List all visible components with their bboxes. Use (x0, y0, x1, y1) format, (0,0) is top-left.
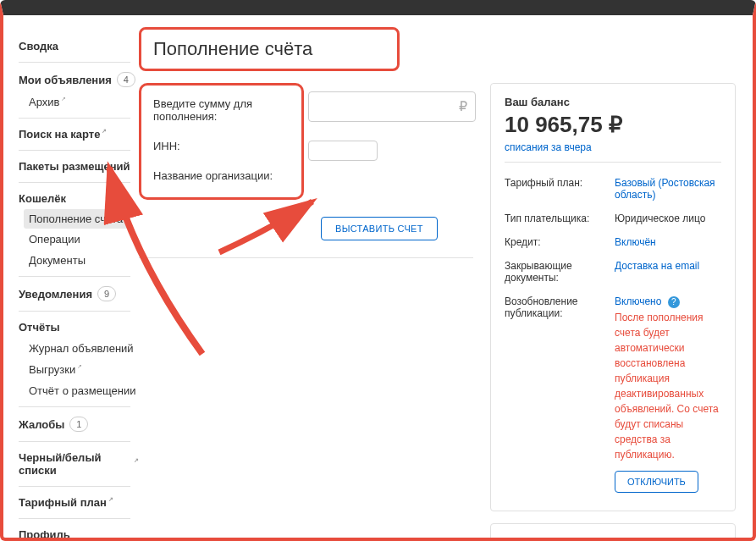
credit-label: Кредит: (505, 236, 615, 248)
form-highlight-box: Введите сумму для пополнения: ИНН: Назва… (139, 83, 304, 200)
page-title-highlight: Пополнение счёта (139, 27, 400, 71)
nav-archive[interactable]: Архив↗ (19, 91, 139, 113)
resume-warning-text: После пополнения счета будет автоматичес… (615, 310, 721, 462)
my-ads-count-badge: 4 (117, 72, 135, 87)
promo-panel: Если у вас есть промо-код, введите его П… (490, 523, 736, 542)
balance-label: Ваш баланс (505, 96, 721, 108)
nav-tariff[interactable]: Тарифный план↗ (19, 492, 139, 513)
nav-my-ads[interactable]: Мои объявления 4 (19, 68, 139, 91)
nav-complaints-label: Жалобы (19, 418, 64, 431)
complaints-count-badge: 1 (69, 417, 88, 432)
nav-packages[interactable]: Пакеты размещений (19, 156, 139, 177)
inn-label: ИНН: (153, 140, 276, 152)
disable-button[interactable]: ОТКЛЮЧИТЬ (615, 471, 698, 493)
amount-label: Введите сумму для пополнения: (153, 97, 276, 123)
nav-reports-journal[interactable]: Журнал объявлений (19, 338, 139, 359)
promo-label: Если у вас есть промо-код, введите его (505, 536, 721, 542)
tariff-value-link[interactable]: Базовый (Ростовская область) (615, 177, 721, 201)
nav-notifications[interactable]: Уведомления 9 (19, 282, 139, 306)
org-label: Название организации: (153, 169, 276, 182)
closing-docs-link[interactable]: Доставка на email (615, 260, 721, 272)
issue-invoice-button[interactable]: ВЫСТАВИТЬ СЧЕТ (321, 217, 438, 240)
balance-amount: 10 965,75 ₽ (505, 112, 721, 138)
notifications-count-badge: 9 (97, 286, 116, 301)
balance-column: Ваш баланс 10 965,75 ₽ списания за вчера… (490, 83, 736, 541)
nav-wallet-topup[interactable]: Пополнение счёта (24, 209, 130, 229)
nav-my-ads-label: Мои объявления (19, 74, 112, 86)
page-title: Пополнение счёта (153, 38, 312, 60)
sidebar: Сводка Мои объявления 4 Архив↗ Поиск на … (3, 19, 139, 538)
nav-summary[interactable]: Сводка (19, 36, 139, 57)
nav-reports[interactable]: Отчёты (19, 317, 139, 338)
resume-pub-link[interactable]: Включено (615, 295, 661, 307)
nav-reports-placement[interactable]: Отчёт о размещении (19, 380, 139, 401)
inn-input[interactable] (308, 141, 378, 161)
tariff-label: Тарифный план: (505, 177, 615, 189)
nav-notifications-label: Уведомления (19, 288, 92, 301)
yesterday-charges-link[interactable]: списания за вчера (505, 141, 721, 153)
balance-panel: Ваш баланс 10 965,75 ₽ списания за вчера… (490, 83, 736, 511)
amount-input[interactable] (308, 91, 476, 122)
ruble-icon: ₽ (459, 98, 467, 114)
floating-inputs: ₽ (308, 91, 476, 161)
nav-map-search[interactable]: Поиск на карте↗ (19, 124, 139, 145)
payer-type-value: Юридическое лицо (615, 213, 721, 224)
credit-value-link[interactable]: Включён (615, 236, 721, 248)
resume-pub-label: Возобновление публикации: (505, 295, 615, 319)
nav-wallet[interactable]: Кошелёк (19, 188, 139, 209)
nav-blacklist[interactable]: Черный/белый списки↗ (19, 447, 139, 481)
nav-wallet-docs[interactable]: Документы (19, 250, 139, 271)
help-circle-icon[interactable]: ? (668, 296, 680, 308)
nav-reports-export[interactable]: Выгрузки↗ (19, 359, 139, 380)
nav-wallet-ops[interactable]: Операции (19, 229, 139, 250)
nav-profile[interactable]: Профиль (19, 524, 139, 541)
nav-complaints[interactable]: Жалобы 1 (19, 412, 139, 436)
closing-docs-label: Закрывающие документы: (505, 260, 615, 284)
payer-type-label: Тип плательщика: (505, 213, 615, 224)
